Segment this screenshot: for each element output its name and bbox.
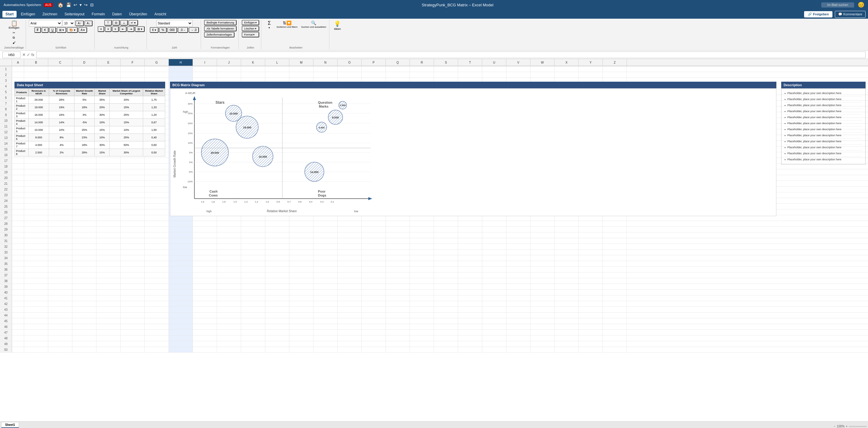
cell-Y33[interactable] <box>579 250 603 255</box>
col-header-A[interactable]: A <box>12 59 24 66</box>
cell-Y49[interactable] <box>579 341 603 347</box>
col-header-W[interactable]: W <box>530 59 555 66</box>
table-cell[interactable]: 14% <box>49 119 74 126</box>
table-cell[interactable]: 0,67 <box>143 119 165 126</box>
cell-R48[interactable] <box>410 335 434 341</box>
cell-I38[interactable] <box>193 278 217 284</box>
cell-D46[interactable] <box>72 324 96 330</box>
cell-Q45[interactable] <box>386 318 410 324</box>
cell-D33[interactable] <box>72 250 96 255</box>
cell-S28[interactable] <box>434 221 458 226</box>
table-row[interactable]: Product 510.00010%25%15%10%1,50 <box>15 126 165 134</box>
cell-Z39[interactable] <box>603 284 627 289</box>
data-table-body[interactable]: Product 129.00028%5%35%20%1,75Product 21… <box>15 96 165 156</box>
table-cell[interactable]: Product 4 <box>15 119 29 126</box>
cell-K50[interactable] <box>241 347 265 353</box>
cell-I34[interactable] <box>193 255 217 261</box>
cell-A47[interactable] <box>12 330 24 335</box>
cell-J33[interactable] <box>217 250 241 255</box>
cell-I33[interactable] <box>193 250 217 255</box>
cell-O47[interactable] <box>338 330 362 335</box>
table-row[interactable]: Product 316.00016%3%30%25%1,20 <box>15 111 165 119</box>
cell-S35[interactable] <box>434 261 458 267</box>
cell-Y39[interactable] <box>579 284 603 289</box>
cell-P41[interactable] <box>362 295 386 301</box>
cell-O39[interactable] <box>338 284 362 289</box>
cell-U47[interactable] <box>482 330 506 335</box>
copy-button[interactable]: ⧉ <box>11 35 18 40</box>
table-row[interactable]: Product 68.0008%23%10%25%0,40 <box>15 134 165 141</box>
cell-N46[interactable] <box>313 324 338 330</box>
cell-M30[interactable] <box>289 233 313 238</box>
cell-D40[interactable] <box>72 289 96 295</box>
cell-A34[interactable] <box>12 255 24 261</box>
cell-W50[interactable] <box>530 347 555 353</box>
cell-D42[interactable] <box>72 301 96 307</box>
cell-W45[interactable] <box>530 318 555 324</box>
align-middle-button[interactable]: ⊟ <box>113 20 120 26</box>
cell-W34[interactable] <box>530 255 555 261</box>
table-cell[interactable]: 3% <box>74 111 95 119</box>
cell-C30[interactable] <box>48 233 72 238</box>
cell-C50[interactable] <box>48 347 72 353</box>
cell-O37[interactable] <box>338 273 362 278</box>
cell-V45[interactable] <box>506 318 530 324</box>
cell-R47[interactable] <box>410 330 434 335</box>
cell-A40[interactable] <box>12 289 24 295</box>
table-cell[interactable]: 23% <box>74 134 95 141</box>
cell-D32[interactable] <box>72 244 96 249</box>
table-cell[interactable]: 0,40 <box>143 134 165 141</box>
cell-C44[interactable] <box>48 312 72 318</box>
cell-T34[interactable] <box>458 255 482 261</box>
cell-P48[interactable] <box>362 335 386 341</box>
cell-D31[interactable] <box>72 238 96 244</box>
cell-L49[interactable] <box>265 341 289 347</box>
col-header-C[interactable]: C <box>48 59 72 66</box>
cell-F48[interactable] <box>121 335 145 341</box>
cell-P40[interactable] <box>362 289 386 295</box>
cell-O29[interactable] <box>338 227 362 232</box>
cell-G47[interactable] <box>145 330 169 335</box>
cell-Q36[interactable] <box>386 267 410 272</box>
cell-N29[interactable] <box>313 227 338 232</box>
col-header-K[interactable]: K <box>241 59 265 66</box>
cell-E41[interactable] <box>96 295 121 301</box>
cell-U37[interactable] <box>482 273 506 278</box>
decrease-font-button[interactable]: A↓ <box>84 21 93 26</box>
cell-F49[interactable] <box>121 341 145 347</box>
cell-R37[interactable] <box>410 273 434 278</box>
cell-K46[interactable] <box>241 324 265 330</box>
search-bar[interactable]: Im Blatt suchen <box>821 2 854 7</box>
table-cell[interactable]: 20% <box>95 104 110 111</box>
cell-T45[interactable] <box>458 318 482 324</box>
cell-G30[interactable] <box>145 233 169 238</box>
cell-M29[interactable] <box>289 227 313 232</box>
cell-Y32[interactable] <box>579 244 603 249</box>
cell-Q34[interactable] <box>386 255 410 261</box>
cell-W43[interactable] <box>530 307 555 312</box>
cell-V35[interactable] <box>506 261 530 267</box>
align-center-button[interactable]: ≡ <box>105 26 112 32</box>
cell-X35[interactable] <box>555 261 579 267</box>
border-button[interactable]: ⊞ ▾ <box>57 27 66 33</box>
thousands-button[interactable]: 000 <box>167 27 177 33</box>
cell-N31[interactable] <box>313 238 338 244</box>
cell-X32[interactable] <box>555 244 579 249</box>
cell-M33[interactable] <box>289 250 313 255</box>
cell-L30[interactable] <box>265 233 289 238</box>
cell-L28[interactable] <box>265 221 289 226</box>
cell-F33[interactable] <box>121 250 145 255</box>
cell-T43[interactable] <box>458 307 482 312</box>
cell-J41[interactable] <box>217 295 241 301</box>
cell-H43[interactable] <box>169 307 193 312</box>
cell-P30[interactable] <box>362 233 386 238</box>
menu-item-seitenlayout[interactable]: Seitenlayout <box>61 11 87 18</box>
cell-Y38[interactable] <box>579 278 603 284</box>
cell-Q47[interactable] <box>386 330 410 335</box>
table-cell[interactable]: 30% <box>95 141 110 149</box>
cell-L45[interactable] <box>265 318 289 324</box>
cell-U45[interactable] <box>482 318 506 324</box>
cell-B34[interactable] <box>24 255 48 261</box>
cell-U29[interactable] <box>482 227 506 232</box>
col-header-V[interactable]: V <box>506 59 530 66</box>
